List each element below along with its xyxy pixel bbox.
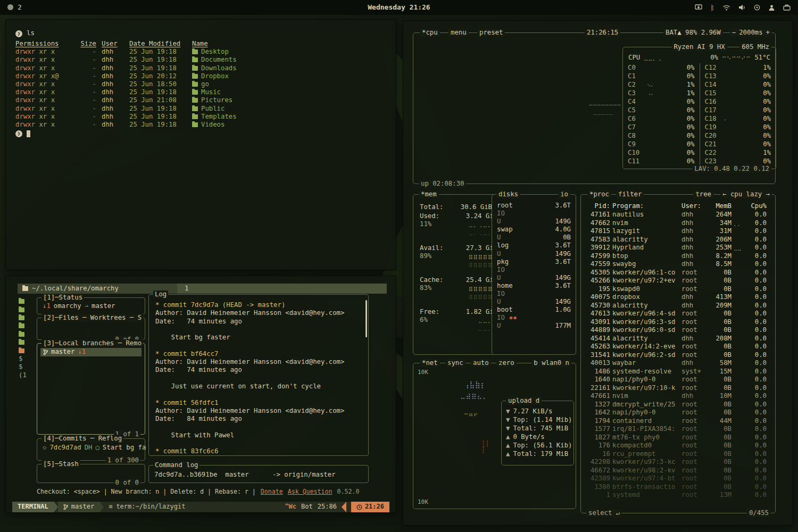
btop-net-panel: *net sync auto zero b wlan0 n 10K 10K ⢠⣧… xyxy=(413,363,576,509)
mem-stat: Free: 1.82 GiB 6% ⣀⣀⡀⠄ ⣀⣀⡀⠄ xyxy=(413,308,504,340)
branch-indicator: master xyxy=(58,502,99,512)
lazygit-branches-panel[interactable]: [3]─Local branches ─ Remo master ↓1 1 of… xyxy=(37,343,145,435)
tab-1[interactable]: 1 xyxy=(185,285,188,293)
io-mode-button[interactable]: io xyxy=(558,190,570,198)
process-row[interactable]: 1577 irq/81-PIXA3854: root 0B 0.0 xyxy=(581,425,775,434)
mem-graph-dots: ⣀⡀⢀⣀⡀⠄ xyxy=(420,228,497,236)
workspace-icon[interactable] xyxy=(7,4,13,10)
process-row[interactable]: 45266 kworker/u97:2+ev root 0B 0.0 xyxy=(581,277,775,285)
process-row[interactable]: 47613 kworker/u96:4-sd root 0B 0.0 xyxy=(581,310,775,318)
wifi-icon[interactable] xyxy=(722,5,730,11)
lazygit-commits-panel[interactable]: [4]─Commits ─ Reflog ◇ 7dc9d7ad DH ○ Sta… xyxy=(37,438,145,461)
log-line: Start with Pawel xyxy=(155,431,363,439)
process-row[interactable]: 1827 mt76-tx phy0 root 0B 0.0 xyxy=(581,434,775,442)
selected-branch-row[interactable]: master ↓1 xyxy=(40,348,142,356)
process-row[interactable]: 47815 lazygit dhh 31M 0.0 xyxy=(581,227,775,236)
process-row[interactable]: 40013 waybar dhh 58M 0.0 xyxy=(581,359,775,368)
menu-button[interactable]: menu xyxy=(448,29,469,37)
sync-button[interactable]: sync xyxy=(445,359,466,367)
process-row[interactable]: 47583 alacritty dhh 206M 0.0 xyxy=(581,236,775,244)
process-row[interactable]: 45305 kworker/u96:1-co root 0B 0.0 xyxy=(581,269,775,277)
process-row[interactable]: 1380 btrfs-transactio root 0B 0.0 xyxy=(581,483,775,492)
process-row[interactable]: 16 rcu_preempt root 0B 0.0 xyxy=(581,450,775,459)
process-row[interactable]: 40075 dropbox dhh 413M 0.0 xyxy=(581,293,775,302)
bluetooth-icon[interactable]: ᛒ xyxy=(710,4,714,11)
process-row[interactable]: 31541 kworker/u96:2-sd root 0B 0.0 xyxy=(581,351,775,360)
disks-panel-title: disks xyxy=(496,190,520,198)
lazygit-command-log-panel[interactable]: Command log 7dc9d7a..b3691be master -> o… xyxy=(148,465,369,483)
process-row[interactable]: 176 kcompactd0 root 0B 0.0 xyxy=(581,442,775,450)
select-hint[interactable]: select ↵ xyxy=(586,509,622,517)
folder-icon xyxy=(19,299,24,304)
process-row[interactable]: 42389 kworker/u97:4-bt root 0B 0.0 xyxy=(581,475,775,483)
ask-question-link[interactable]: Ask Question xyxy=(288,488,332,496)
folder-icon xyxy=(19,332,24,337)
lazygit-terminal-window[interactable]: ~/.local/share/omarchy 1 $ $ (1 [1]─Stat… xyxy=(5,276,396,513)
filter-button[interactable]: filter xyxy=(616,190,644,198)
process-row[interactable]: 47661 nvim dhh 10M 0.0 xyxy=(581,392,775,401)
shell-prompt-line[interactable]: ❯ xyxy=(15,129,396,138)
lazygit-log-panel[interactable]: Log * commit 7dc9d7a (HEAD -> master) Au… xyxy=(148,294,369,456)
process-row[interactable]: 42208 kworker/u97:3-kc root 0B 0.0 xyxy=(581,458,775,467)
process-row[interactable]: 1794 containerd root 44M 0.0 xyxy=(581,417,775,426)
log-line: * commit 7dc9d7a (HEAD -> master) xyxy=(155,301,363,309)
screencast-icon[interactable] xyxy=(695,4,702,11)
cwd-path: ~/.local/share/omarchy xyxy=(32,285,119,293)
tab-bar[interactable]: 1 xyxy=(177,284,387,294)
donate-link[interactable]: Donate xyxy=(261,488,283,496)
battery-icon[interactable] xyxy=(783,4,791,11)
process-row[interactable]: 22161 kworker/u97:10-k root 0B 0.0 xyxy=(581,384,775,393)
scrollbar[interactable] xyxy=(365,300,367,337)
process-row[interactable]: 45414 alacritty dhh 208M 0.0 xyxy=(581,335,775,343)
process-row[interactable]: 1327 dmcrypt_write/25 root 0B 0.0 xyxy=(581,401,775,409)
process-row[interactable]: 1642 napi/phy0-0 root 0B 0.0 xyxy=(581,409,775,417)
cpu-temp-graph: ⠒⠢⠒⠒⠔⠒ xyxy=(722,54,751,62)
music-folder-icon xyxy=(192,90,198,95)
process-row[interactable]: 47559 swaybg dhh 8.5M 0.0 xyxy=(581,260,775,269)
disk-line: IO xyxy=(492,266,576,274)
preset-button[interactable]: preset xyxy=(477,29,505,37)
disk-line: U 149G xyxy=(492,298,576,306)
idle-inhibitor-icon[interactable] xyxy=(754,4,760,11)
sort-selector[interactable]: ← cpu lazy → xyxy=(720,190,772,198)
disk-line: IO ▪▪ xyxy=(492,314,576,322)
process-table-header: Pid: Program: User: MemB Cpu% xyxy=(581,202,775,211)
tree-toggle-button[interactable]: tree xyxy=(693,190,713,198)
auto-button[interactable]: auto xyxy=(471,359,491,367)
process-row[interactable]: 47662 nvim dhh 34M ⡀⡀ 0.0 xyxy=(581,219,775,228)
btop-terminal-window[interactable]: *cpu menu preset 21:26:15 BAT▲ 98% 2.96W… xyxy=(403,20,793,526)
net-stat-row: ▼ Total: 745 MiB xyxy=(502,425,573,433)
user-icon[interactable] xyxy=(768,4,775,11)
disk-line: U 149G xyxy=(492,274,576,282)
process-row[interactable]: 47599 btop dhh 8.2M 0.0 xyxy=(581,252,775,261)
workspace-number[interactable]: 2 xyxy=(18,3,22,11)
zero-button[interactable]: zero xyxy=(496,359,517,367)
process-row[interactable]: 45263 kworker/14:2-eve root 0B 0.0 xyxy=(581,343,775,351)
core-column-left: C0 0% C1 0% C2 xyxy=(623,63,700,165)
dropbox-folder-icon xyxy=(192,74,198,79)
disk-line: IO xyxy=(492,290,576,298)
lazygit-stash-panel[interactable]: [5]─Stash 0 of 0 xyxy=(37,464,145,483)
scroll-position-label: Bot xyxy=(301,503,313,511)
window-title: ≡ term:~/bin/lazygit xyxy=(109,503,185,511)
process-row[interactable]: 1 systemd root 13M 0.0 xyxy=(581,491,775,500)
interface-selector[interactable]: b wlan0 n xyxy=(531,359,571,367)
process-row[interactable]: 45730 alacritty dhh 209M 0.0 xyxy=(581,302,775,310)
interval-increase-button[interactable]: + xyxy=(766,29,770,37)
powerline-separator xyxy=(54,502,58,512)
process-row[interactable]: 1640 napi/phy0-0 root 0B 0.0 xyxy=(581,376,775,384)
ls-terminal-window[interactable]: ❯ ls Permissions Size User Date Modified… xyxy=(5,19,396,270)
process-row[interactable]: 46672 kworker/u98:2-kv root 0B 0.0 xyxy=(581,467,775,475)
interval-decrease-button[interactable]: − xyxy=(732,29,736,37)
process-row[interactable]: 47161 nautilus dhh 264M 0.0 xyxy=(581,211,775,219)
volume-icon[interactable] xyxy=(738,4,746,11)
process-row[interactable]: 195 kswapd0 root 0B 0.0 xyxy=(581,285,775,294)
process-row[interactable]: 39912 Hyprland dhh 253M ⣀⣀ 0.0 xyxy=(581,244,775,252)
load-average: LAV: 0.48 0.22 0.12 xyxy=(692,165,771,173)
lazygit-status-panel[interactable]: [1]─Status ↓1 omarchy → master xyxy=(37,297,145,314)
process-row[interactable]: 44889 kworker/u96:0-sd root 0B 0.0 xyxy=(581,326,775,335)
commit-row[interactable]: ◇ 7dc9d7ad DH ○ Start bg fa xyxy=(43,444,146,452)
process-row[interactable]: 1486 systemd-resolve syst+ 15M 0.0 xyxy=(581,368,775,376)
process-row[interactable]: 43091 kworker/u96:3-sd root 0B 0.0 xyxy=(581,318,775,327)
lazygit-files-panel[interactable]: [2]─Files ─ Worktrees ─ S 0 of 0 xyxy=(37,318,145,340)
